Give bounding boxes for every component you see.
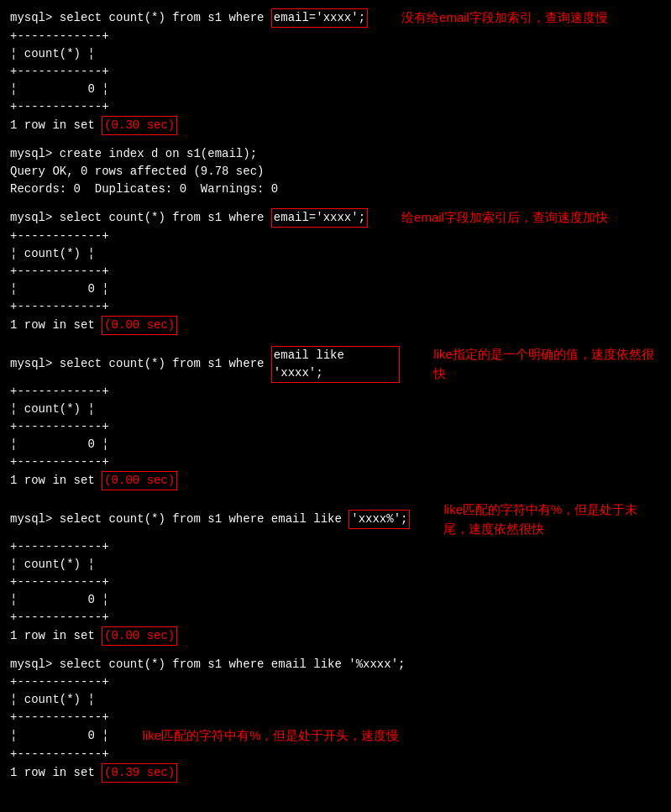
command-line-4: mysql> select count(*) from s1 where ema… [10, 345, 661, 383]
timing-highlight-3: (0.00 sec) [102, 316, 177, 335]
section-2: mysql> create index d on s1(email); Quer… [10, 145, 661, 198]
timing-prefix-3: 1 row in set [10, 317, 102, 334]
sep-5c: +------------+ [10, 609, 661, 626]
command-prefix-1: mysql> select count(*) from s1 where [10, 9, 271, 27]
annotation-1: 没有给email字段加索引，查询速度慢 [401, 8, 608, 28]
sep-1c: +------------+ [10, 98, 661, 116]
timing-prefix-4: 1 row in set [10, 472, 102, 490]
annotation-4: like指定的是一个明确的值，速度依然很快 [433, 345, 661, 383]
col-header-1: ¦ count(*) ¦ [10, 45, 661, 63]
col-header-6: ¦ count(*) ¦ [10, 691, 661, 709]
sep-6a: +------------+ [10, 673, 661, 691]
timing-prefix-1: 1 row in set [10, 117, 102, 134]
data-row-6: ¦ 0 ¦ [10, 727, 109, 745]
sep-5b: +------------+ [10, 574, 661, 591]
command-prefix-4: mysql> select count(*) from s1 where [10, 355, 271, 373]
sep-1b: +------------+ [10, 63, 661, 81]
command-line-1: mysql> select count(*) from s1 where ema… [10, 8, 661, 28]
annotation-6: like匹配的字符中有%，但是处于开头，速度慢 [143, 726, 400, 746]
annotation-3: 给email字段加索引后，查询速度加快 [401, 208, 608, 228]
query-ok-line: Query OK, 0 rows affected (9.78 sec) [10, 163, 661, 181]
command-highlight-4: email like 'xxxx'; [271, 346, 400, 383]
sep-6c: +------------+ [10, 746, 661, 763]
sep-1a: +------------+ [10, 28, 661, 45]
col-header-5: ¦ count(*) ¦ [10, 556, 661, 574]
command-prefix-5: mysql> select count(*) from s1 where ema… [10, 511, 349, 528]
command-line-5: mysql> select count(*) from s1 where ema… [10, 500, 661, 538]
timing-line-5: 1 row in set (0.00 sec) [10, 626, 661, 646]
command-highlight-1: email='xxxx'; [271, 8, 368, 28]
timing-prefix-5: 1 row in set [10, 627, 102, 645]
command-prefix-3: mysql> select count(*) from s1 where [10, 209, 271, 227]
sep-3a: +------------+ [10, 228, 661, 245]
section-6: mysql> select count(*) from s1 where ema… [10, 656, 661, 783]
timing-line-4: 1 row in set (0.00 sec) [10, 471, 661, 490]
command-highlight-3: email='xxxx'; [271, 208, 368, 228]
sep-6b: +------------+ [10, 709, 661, 726]
sep-4c: +------------+ [10, 453, 661, 471]
command-line-3: mysql> select count(*) from s1 where ema… [10, 208, 661, 228]
annotation-5: like匹配的字符中有%，但是处于末尾，速度依然很快 [443, 500, 661, 538]
data-row-6-with-annotation: ¦ 0 ¦like匹配的字符中有%，但是处于开头，速度慢 [10, 726, 661, 746]
col-header-4: ¦ count(*) ¦ [10, 401, 661, 418]
sep-4a: +------------+ [10, 383, 661, 401]
timing-highlight-6: (0.39 sec) [102, 763, 177, 783]
section-1: mysql> select count(*) from s1 where ema… [10, 8, 661, 135]
section-3: mysql> select count(*) from s1 where ema… [10, 208, 661, 335]
sep-4b: +------------+ [10, 418, 661, 436]
timing-highlight-4: (0.00 sec) [102, 471, 177, 490]
timing-highlight-5: (0.00 sec) [102, 626, 177, 646]
data-row-5: ¦ 0 ¦ [10, 591, 661, 609]
terminal-container: mysql> select count(*) from s1 where ema… [10, 8, 661, 783]
create-index-line: mysql> create index d on s1(email); [10, 145, 661, 163]
data-row-4: ¦ 0 ¦ [10, 436, 661, 453]
col-header-3: ¦ count(*) ¦ [10, 245, 661, 263]
timing-line-6: 1 row in set (0.39 sec) [10, 763, 661, 783]
command-highlight-5: 'xxxx%'; [349, 510, 410, 529]
timing-highlight-1: (0.30 sec) [102, 116, 177, 135]
timing-prefix-6: 1 row in set [10, 764, 102, 782]
sep-3c: +------------+ [10, 298, 661, 316]
records-line: Records: 0 Duplicates: 0 Warnings: 0 [10, 181, 661, 198]
section-4: mysql> select count(*) from s1 where ema… [10, 345, 661, 490]
command-line-6: mysql> select count(*) from s1 where ema… [10, 656, 661, 673]
sep-3b: +------------+ [10, 263, 661, 280]
timing-line-3: 1 row in set (0.00 sec) [10, 316, 661, 335]
section-5: mysql> select count(*) from s1 where ema… [10, 500, 661, 646]
sep-5a: +------------+ [10, 538, 661, 556]
timing-line-1: 1 row in set (0.30 sec) [10, 116, 661, 135]
data-row-1: ¦ 0 ¦ [10, 81, 661, 98]
data-row-3: ¦ 0 ¦ [10, 280, 661, 298]
